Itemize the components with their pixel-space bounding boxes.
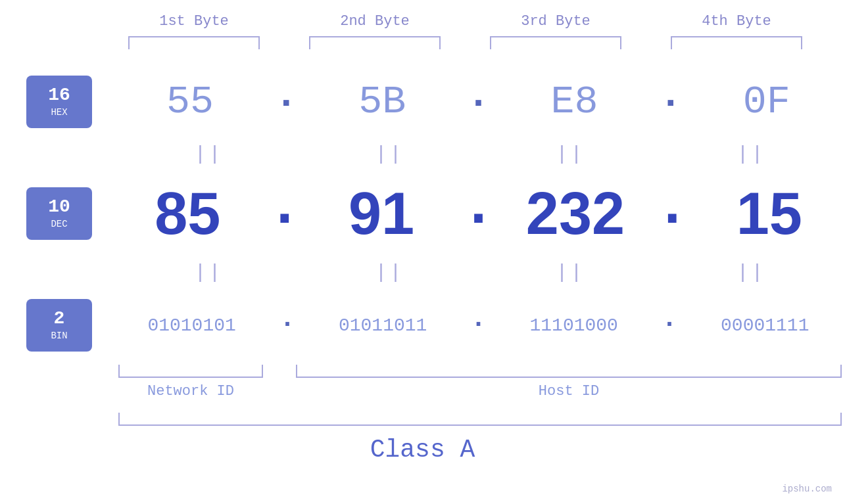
bin-byte3: 11101000 <box>502 315 646 336</box>
bin-byte2: 01011011 <box>310 315 455 336</box>
dec-byte3: 232 <box>503 180 648 248</box>
double-lines-2: || || || || <box>118 260 842 286</box>
network-id-label: Network ID <box>118 383 263 400</box>
bracket-byte1 <box>128 36 260 49</box>
bin-bytes-display: 01010101 . 01011011 . 11101000 . 0000111… <box>92 311 845 340</box>
byte2-header: 2nd Byte <box>302 13 447 30</box>
bin-badge-label: BIN <box>51 331 67 341</box>
hex-dot2: . <box>466 80 490 124</box>
dec-badge-number: 10 <box>48 198 70 216</box>
bin-badge-number: 2 <box>54 309 65 328</box>
byte3-header: 3rd Byte <box>483 13 628 30</box>
dline2-2: || <box>318 262 462 284</box>
hex-badge-number: 16 <box>48 86 70 104</box>
bottom-bracket-row <box>118 365 842 378</box>
bin-badge: 2 BIN <box>26 299 92 352</box>
dline1-4: || <box>679 143 824 166</box>
bin-byte1: 01010101 <box>120 315 264 336</box>
id-labels-row: Network ID Host ID <box>118 383 842 400</box>
network-id-bracket <box>118 365 263 378</box>
bracket-byte4 <box>671 36 802 49</box>
dec-byte1: 85 <box>115 180 260 248</box>
dec-byte2: 91 <box>309 180 454 248</box>
hex-dot1: . <box>274 80 298 124</box>
hex-bytes-display: 55 . 5B . E8 . 0F <box>92 80 845 124</box>
dline1-2: || <box>318 143 462 166</box>
hex-badge: 16 HEX <box>26 76 92 128</box>
bin-dot3: . <box>662 311 677 340</box>
dline2-4: || <box>679 262 824 284</box>
host-id-bracket <box>296 365 842 378</box>
watermark: ipshu.com <box>782 484 832 494</box>
dec-row: 10 DEC 85 . 91 . 232 . 15 <box>0 168 845 260</box>
hex-byte2: 5B <box>310 80 454 124</box>
byte1-header: 1st Byte <box>122 13 266 30</box>
dec-badge: 10 DEC <box>26 187 92 240</box>
bin-row: 2 BIN 01010101 . 01011011 . 11101000 . <box>0 286 845 365</box>
byte4-header: 4th Byte <box>664 13 809 30</box>
main-container: 1st Byte 2nd Byte 3rd Byte 4th Byte 16 H… <box>0 0 845 504</box>
hex-dot3: . <box>659 80 683 124</box>
hex-row: 16 HEX 55 . 5B . E8 . 0F <box>0 62 845 141</box>
dline2-1: || <box>137 262 281 284</box>
byte-headers: 1st Byte 2nd Byte 3rd Byte 4th Byte <box>104 13 827 30</box>
host-id-label: Host ID <box>539 383 599 400</box>
double-lines-1: || || || || <box>118 141 842 168</box>
dline1-1: || <box>137 143 281 166</box>
dec-dot3: . <box>654 180 690 247</box>
dline2-3: || <box>498 262 643 284</box>
bin-byte4: 00001111 <box>692 315 837 336</box>
dec-byte4: 15 <box>697 180 842 248</box>
class-label: Class A <box>0 436 845 464</box>
bin-dot1: . <box>279 311 295 340</box>
dec-dot1: . <box>267 180 302 247</box>
dec-dot2: . <box>460 180 496 247</box>
bin-dot2: . <box>470 311 486 340</box>
hex-badge-label: HEX <box>51 107 67 118</box>
top-brackets <box>104 36 827 49</box>
outer-bracket <box>118 413 842 426</box>
bracket-byte2 <box>309 36 441 49</box>
dline1-3: || <box>498 143 643 166</box>
bracket-byte3 <box>490 36 621 49</box>
dec-bytes-display: 85 . 91 . 232 . 15 <box>92 180 845 248</box>
hex-byte4: 0F <box>694 80 839 124</box>
hex-byte3: E8 <box>502 80 647 124</box>
hex-byte1: 55 <box>118 80 262 124</box>
bracket-gap <box>263 365 296 378</box>
host-id-label-container: Host ID <box>296 383 842 400</box>
dec-badge-label: DEC <box>51 219 67 229</box>
